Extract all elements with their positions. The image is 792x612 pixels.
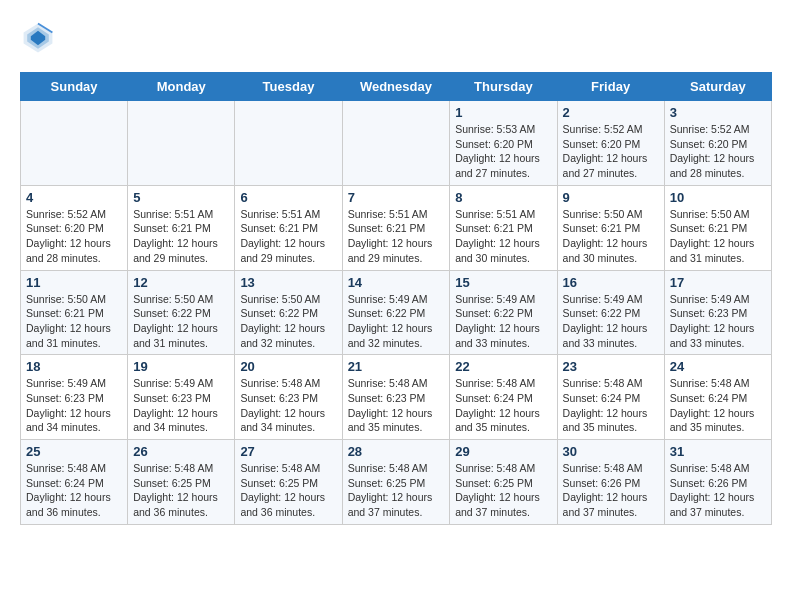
day-info: Sunrise: 5:52 AM Sunset: 6:20 PM Dayligh… [563, 122, 659, 181]
calendar-cell: 18Sunrise: 5:49 AM Sunset: 6:23 PM Dayli… [21, 355, 128, 440]
calendar-body: 1Sunrise: 5:53 AM Sunset: 6:20 PM Daylig… [21, 101, 772, 525]
day-number: 14 [348, 275, 445, 290]
calendar-header: SundayMondayTuesdayWednesdayThursdayFrid… [21, 73, 772, 101]
day-info: Sunrise: 5:49 AM Sunset: 6:23 PM Dayligh… [670, 292, 766, 351]
day-info: Sunrise: 5:49 AM Sunset: 6:23 PM Dayligh… [26, 376, 122, 435]
day-info: Sunrise: 5:51 AM Sunset: 6:21 PM Dayligh… [133, 207, 229, 266]
day-number: 3 [670, 105, 766, 120]
day-number: 13 [240, 275, 336, 290]
calendar-cell: 12Sunrise: 5:50 AM Sunset: 6:22 PM Dayli… [128, 270, 235, 355]
day-number: 4 [26, 190, 122, 205]
calendar-cell: 21Sunrise: 5:48 AM Sunset: 6:23 PM Dayli… [342, 355, 450, 440]
calendar-cell: 25Sunrise: 5:48 AM Sunset: 6:24 PM Dayli… [21, 440, 128, 525]
calendar-cell: 3Sunrise: 5:52 AM Sunset: 6:20 PM Daylig… [664, 101, 771, 186]
day-number: 6 [240, 190, 336, 205]
day-info: Sunrise: 5:48 AM Sunset: 6:23 PM Dayligh… [348, 376, 445, 435]
day-number: 18 [26, 359, 122, 374]
day-info: Sunrise: 5:51 AM Sunset: 6:21 PM Dayligh… [348, 207, 445, 266]
calendar-cell: 13Sunrise: 5:50 AM Sunset: 6:22 PM Dayli… [235, 270, 342, 355]
page-header [20, 20, 772, 56]
calendar-cell: 6Sunrise: 5:51 AM Sunset: 6:21 PM Daylig… [235, 185, 342, 270]
calendar-cell: 20Sunrise: 5:48 AM Sunset: 6:23 PM Dayli… [235, 355, 342, 440]
day-number: 24 [670, 359, 766, 374]
day-info: Sunrise: 5:51 AM Sunset: 6:21 PM Dayligh… [240, 207, 336, 266]
calendar-cell: 11Sunrise: 5:50 AM Sunset: 6:21 PM Dayli… [21, 270, 128, 355]
day-number: 20 [240, 359, 336, 374]
calendar-cell: 29Sunrise: 5:48 AM Sunset: 6:25 PM Dayli… [450, 440, 557, 525]
calendar-cell: 23Sunrise: 5:48 AM Sunset: 6:24 PM Dayli… [557, 355, 664, 440]
weekday-friday: Friday [557, 73, 664, 101]
weekday-header-row: SundayMondayTuesdayWednesdayThursdayFrid… [21, 73, 772, 101]
day-number: 25 [26, 444, 122, 459]
day-number: 1 [455, 105, 551, 120]
calendar-cell: 2Sunrise: 5:52 AM Sunset: 6:20 PM Daylig… [557, 101, 664, 186]
calendar-cell: 24Sunrise: 5:48 AM Sunset: 6:24 PM Dayli… [664, 355, 771, 440]
day-info: Sunrise: 5:48 AM Sunset: 6:25 PM Dayligh… [240, 461, 336, 520]
week-row-4: 18Sunrise: 5:49 AM Sunset: 6:23 PM Dayli… [21, 355, 772, 440]
day-info: Sunrise: 5:50 AM Sunset: 6:21 PM Dayligh… [670, 207, 766, 266]
calendar-cell: 31Sunrise: 5:48 AM Sunset: 6:26 PM Dayli… [664, 440, 771, 525]
calendar-cell: 17Sunrise: 5:49 AM Sunset: 6:23 PM Dayli… [664, 270, 771, 355]
day-number: 26 [133, 444, 229, 459]
day-number: 7 [348, 190, 445, 205]
calendar-cell [342, 101, 450, 186]
day-number: 9 [563, 190, 659, 205]
calendar-cell [235, 101, 342, 186]
day-number: 10 [670, 190, 766, 205]
day-info: Sunrise: 5:53 AM Sunset: 6:20 PM Dayligh… [455, 122, 551, 181]
day-info: Sunrise: 5:49 AM Sunset: 6:23 PM Dayligh… [133, 376, 229, 435]
week-row-3: 11Sunrise: 5:50 AM Sunset: 6:21 PM Dayli… [21, 270, 772, 355]
day-info: Sunrise: 5:48 AM Sunset: 6:24 PM Dayligh… [455, 376, 551, 435]
weekday-wednesday: Wednesday [342, 73, 450, 101]
day-info: Sunrise: 5:48 AM Sunset: 6:25 PM Dayligh… [455, 461, 551, 520]
calendar-cell: 27Sunrise: 5:48 AM Sunset: 6:25 PM Dayli… [235, 440, 342, 525]
day-number: 12 [133, 275, 229, 290]
weekday-thursday: Thursday [450, 73, 557, 101]
day-info: Sunrise: 5:50 AM Sunset: 6:22 PM Dayligh… [133, 292, 229, 351]
day-info: Sunrise: 5:48 AM Sunset: 6:24 PM Dayligh… [563, 376, 659, 435]
day-info: Sunrise: 5:48 AM Sunset: 6:25 PM Dayligh… [348, 461, 445, 520]
week-row-2: 4Sunrise: 5:52 AM Sunset: 6:20 PM Daylig… [21, 185, 772, 270]
day-info: Sunrise: 5:49 AM Sunset: 6:22 PM Dayligh… [455, 292, 551, 351]
day-number: 31 [670, 444, 766, 459]
week-row-1: 1Sunrise: 5:53 AM Sunset: 6:20 PM Daylig… [21, 101, 772, 186]
calendar-cell: 9Sunrise: 5:50 AM Sunset: 6:21 PM Daylig… [557, 185, 664, 270]
day-info: Sunrise: 5:49 AM Sunset: 6:22 PM Dayligh… [563, 292, 659, 351]
calendar-cell [128, 101, 235, 186]
calendar-cell: 30Sunrise: 5:48 AM Sunset: 6:26 PM Dayli… [557, 440, 664, 525]
day-number: 16 [563, 275, 659, 290]
day-info: Sunrise: 5:48 AM Sunset: 6:24 PM Dayligh… [670, 376, 766, 435]
calendar-cell: 14Sunrise: 5:49 AM Sunset: 6:22 PM Dayli… [342, 270, 450, 355]
calendar-cell: 7Sunrise: 5:51 AM Sunset: 6:21 PM Daylig… [342, 185, 450, 270]
day-info: Sunrise: 5:52 AM Sunset: 6:20 PM Dayligh… [670, 122, 766, 181]
calendar-cell: 15Sunrise: 5:49 AM Sunset: 6:22 PM Dayli… [450, 270, 557, 355]
day-number: 27 [240, 444, 336, 459]
calendar-cell [21, 101, 128, 186]
day-number: 21 [348, 359, 445, 374]
calendar-cell: 28Sunrise: 5:48 AM Sunset: 6:25 PM Dayli… [342, 440, 450, 525]
day-info: Sunrise: 5:50 AM Sunset: 6:21 PM Dayligh… [26, 292, 122, 351]
day-info: Sunrise: 5:48 AM Sunset: 6:25 PM Dayligh… [133, 461, 229, 520]
day-number: 2 [563, 105, 659, 120]
day-number: 22 [455, 359, 551, 374]
day-number: 11 [26, 275, 122, 290]
week-row-5: 25Sunrise: 5:48 AM Sunset: 6:24 PM Dayli… [21, 440, 772, 525]
calendar-cell: 19Sunrise: 5:49 AM Sunset: 6:23 PM Dayli… [128, 355, 235, 440]
day-info: Sunrise: 5:51 AM Sunset: 6:21 PM Dayligh… [455, 207, 551, 266]
logo-icon [20, 20, 56, 56]
weekday-tuesday: Tuesday [235, 73, 342, 101]
day-info: Sunrise: 5:48 AM Sunset: 6:26 PM Dayligh… [670, 461, 766, 520]
calendar-cell: 8Sunrise: 5:51 AM Sunset: 6:21 PM Daylig… [450, 185, 557, 270]
calendar-cell: 10Sunrise: 5:50 AM Sunset: 6:21 PM Dayli… [664, 185, 771, 270]
calendar-cell: 5Sunrise: 5:51 AM Sunset: 6:21 PM Daylig… [128, 185, 235, 270]
calendar-cell: 16Sunrise: 5:49 AM Sunset: 6:22 PM Dayli… [557, 270, 664, 355]
day-info: Sunrise: 5:50 AM Sunset: 6:21 PM Dayligh… [563, 207, 659, 266]
day-info: Sunrise: 5:49 AM Sunset: 6:22 PM Dayligh… [348, 292, 445, 351]
day-number: 30 [563, 444, 659, 459]
day-number: 19 [133, 359, 229, 374]
weekday-saturday: Saturday [664, 73, 771, 101]
day-info: Sunrise: 5:48 AM Sunset: 6:23 PM Dayligh… [240, 376, 336, 435]
day-info: Sunrise: 5:52 AM Sunset: 6:20 PM Dayligh… [26, 207, 122, 266]
day-number: 15 [455, 275, 551, 290]
day-info: Sunrise: 5:50 AM Sunset: 6:22 PM Dayligh… [240, 292, 336, 351]
